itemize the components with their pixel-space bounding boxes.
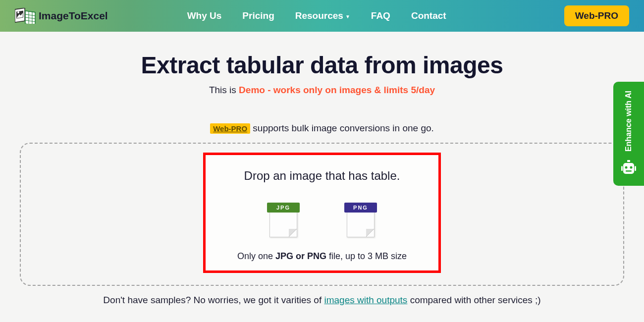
nav-faq[interactable]: FAQ	[371, 10, 390, 21]
chevron-down-icon: ▼	[345, 14, 350, 19]
png-label: PNG	[344, 203, 377, 213]
webpro-button[interactable]: Web-PRO	[564, 5, 629, 26]
svg-point-15	[630, 166, 633, 168]
nav: Why Us Pricing Resources ▼ FAQ Contact	[187, 10, 564, 21]
drop-note: Only one JPG or PNG file, up to 3 MB siz…	[215, 251, 429, 262]
upload-container: Drop an image that has table. JPG PNG On…	[20, 143, 624, 286]
logo[interactable]: ImageToExcel	[15, 8, 108, 24]
svg-rect-10	[623, 163, 634, 174]
enhance-ai-label: Enhance with AI	[624, 91, 634, 152]
png-file-icon: PNG	[344, 197, 377, 237]
samples-prefix: Don't have samples? No worries, we got i…	[103, 295, 324, 305]
file-icons: JPG PNG	[215, 197, 429, 237]
nav-pricing[interactable]: Pricing	[242, 10, 274, 21]
jpg-label: JPG	[267, 203, 300, 213]
svg-rect-12	[621, 166, 623, 171]
samples-link[interactable]: images with outputs	[324, 295, 407, 305]
logo-icon	[15, 8, 36, 24]
subtitle-prefix: This is	[209, 85, 239, 95]
webpro-tag-link[interactable]: Web-PRO	[210, 123, 250, 134]
nav-contact[interactable]: Contact	[411, 10, 446, 21]
drop-note-suffix: file, up to 3 MB size	[326, 251, 407, 261]
samples-suffix: compared with other services ;)	[407, 295, 540, 305]
svg-rect-11	[627, 160, 630, 162]
header: ImageToExcel Why Us Pricing Resources ▼ …	[0, 0, 644, 32]
jpg-file-icon: JPG	[267, 197, 300, 237]
page-title: Extract tabular data from images	[15, 52, 629, 79]
main: Extract tabular data from images This is…	[0, 32, 644, 306]
webpro-info-text: supports bulk image conversions in one g…	[250, 123, 434, 133]
samples-text: Don't have samples? No worries, we got i…	[15, 295, 629, 306]
nav-resources[interactable]: Resources ▼	[295, 10, 350, 21]
drop-note-prefix: Only one	[237, 251, 275, 261]
nav-why-us[interactable]: Why Us	[187, 10, 222, 21]
svg-point-14	[625, 166, 628, 168]
logo-text: ImageToExcel	[39, 10, 108, 22]
svg-rect-16	[626, 170, 632, 172]
robot-icon	[620, 159, 637, 177]
drop-zone[interactable]: Drop an image that has table. JPG PNG On…	[203, 153, 441, 273]
subtitle-highlight: Demo - works only on images & limits 5/d…	[239, 85, 435, 95]
subtitle: This is Demo - works only on images & li…	[15, 85, 629, 96]
webpro-info: Web-PRO supports bulk image conversions …	[15, 123, 629, 134]
drop-title: Drop an image that has table.	[215, 169, 429, 183]
drop-note-bold: JPG or PNG	[275, 251, 326, 261]
nav-resources-label: Resources	[295, 10, 343, 21]
enhance-ai-tab[interactable]: Enhance with AI	[613, 82, 644, 186]
svg-rect-13	[635, 166, 636, 171]
